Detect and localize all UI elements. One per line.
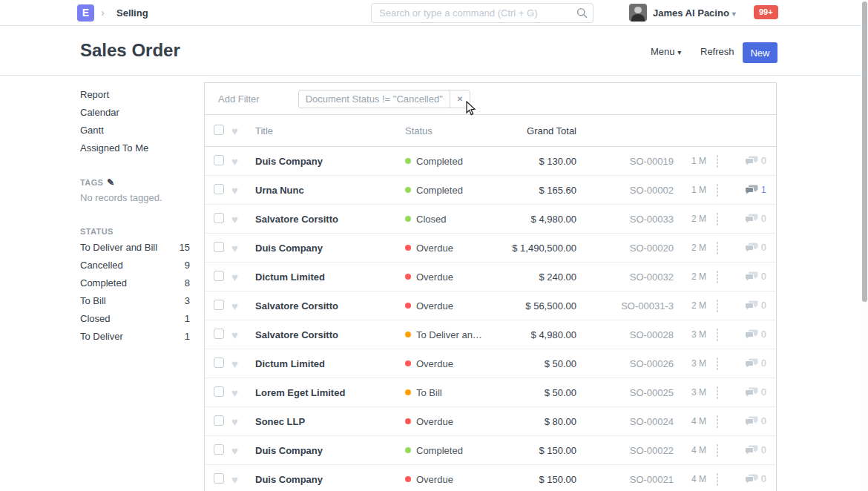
row-title[interactable]: Salvatore Corsitto: [255, 329, 405, 340]
menu-button[interactable]: Menu ▾: [651, 46, 681, 57]
row-title[interactable]: Sonec LLP: [255, 416, 405, 427]
row-checkbox[interactable]: [214, 155, 224, 165]
sidebar-status-item[interactable]: To Deliver 1: [80, 328, 190, 346]
like-heart-icon[interactable]: ♥: [231, 271, 255, 283]
row-checkbox[interactable]: [214, 213, 224, 223]
row-title[interactable]: Duis Company: [255, 156, 405, 167]
row-title[interactable]: Dictum Limited: [255, 271, 405, 283]
like-heart-icon[interactable]: ♥: [231, 386, 255, 399]
assign-placeholder[interactable]: [717, 357, 718, 370]
row-title[interactable]: Duis Company: [255, 474, 405, 485]
sidebar-status-item[interactable]: To Bill 3: [80, 292, 190, 310]
like-heart-icon[interactable]: ♥: [231, 473, 255, 486]
row-title[interactable]: Salvatore Corsitto: [255, 300, 405, 312]
like-heart-icon[interactable]: ♥: [231, 415, 255, 428]
assign-placeholder[interactable]: [717, 473, 718, 486]
column-header-status[interactable]: Status: [405, 125, 487, 136]
search-input[interactable]: [371, 3, 594, 23]
assign-placeholder[interactable]: [717, 415, 718, 428]
remove-filter-icon[interactable]: ✕: [450, 90, 470, 108]
table-row[interactable]: ♥ Dictum Limited Overdue $ 240.00 SO-000…: [205, 263, 776, 291]
column-header-title[interactable]: Title: [255, 125, 405, 136]
table-row[interactable]: ♥ Dictum Limited Overdue $ 50.00 SO-0002…: [205, 349, 776, 378]
like-heart-icon[interactable]: ♥: [231, 444, 255, 457]
select-all-checkbox[interactable]: [214, 125, 224, 135]
like-heart-icon[interactable]: ♥: [231, 184, 255, 197]
table-row[interactable]: ♥ Duis Company Completed $ 130.00 SO-000…: [205, 147, 776, 176]
liked-filter-heart-icon[interactable]: ♥: [231, 125, 255, 137]
table-row[interactable]: ♥ Salvatore Corsitto Overdue $ 56,500.00…: [205, 291, 776, 320]
row-title[interactable]: Dictum Limited: [255, 358, 405, 369]
filter-text[interactable]: Document Status != "Cancelled": [299, 93, 450, 105]
row-checkbox[interactable]: [214, 444, 224, 455]
new-button[interactable]: New: [743, 42, 777, 63]
like-heart-icon[interactable]: ♥: [231, 357, 255, 370]
sidebar-link[interactable]: Assigned To Me: [80, 139, 191, 157]
row-document-id[interactable]: SO-00031-3: [576, 300, 674, 312]
like-heart-icon[interactable]: ♥: [231, 329, 255, 341]
table-row[interactable]: ♥ Salvatore Corsitto To Deliver an… $ 4,…: [205, 320, 776, 349]
assign-placeholder[interactable]: [717, 242, 718, 254]
refresh-button[interactable]: Refresh: [700, 46, 734, 57]
row-checkbox[interactable]: [214, 329, 224, 339]
row-document-id[interactable]: SO-00025: [576, 387, 674, 398]
sidebar-status-item[interactable]: To Deliver and Bill 15: [80, 239, 190, 257]
assign-placeholder[interactable]: [717, 386, 718, 399]
table-row[interactable]: ♥ Sonec LLP Overdue $ 80.00 SO-00024 4 M…: [205, 407, 776, 436]
sidebar-link[interactable]: Report: [80, 86, 191, 104]
like-heart-icon[interactable]: ♥: [231, 155, 255, 168]
like-heart-icon[interactable]: ♥: [231, 300, 255, 312]
row-document-id[interactable]: SO-00020: [576, 243, 674, 254]
sidebar-status-item[interactable]: Closed 1: [80, 310, 190, 328]
row-document-id[interactable]: SO-00002: [576, 185, 674, 196]
user-avatar[interactable]: [629, 4, 647, 22]
table-row[interactable]: ♥ Lorem Eget Limited To Bill $ 50.00 SO-…: [205, 378, 776, 407]
comments-button[interactable]: 0: [742, 358, 776, 369]
row-checkbox[interactable]: [214, 271, 224, 281]
comments-button[interactable]: 1: [742, 185, 776, 195]
assign-placeholder[interactable]: [717, 213, 718, 225]
assign-placeholder[interactable]: [717, 184, 718, 197]
like-heart-icon[interactable]: ♥: [231, 242, 255, 254]
assign-placeholder[interactable]: [717, 155, 718, 168]
row-checkbox[interactable]: [214, 357, 224, 368]
comments-button[interactable]: 0: [742, 445, 776, 455]
comments-button[interactable]: 0: [742, 387, 776, 398]
assign-placeholder[interactable]: [717, 444, 718, 457]
comments-button[interactable]: 0: [742, 329, 776, 340]
comments-button[interactable]: 0: [742, 156, 776, 166]
active-filter-pill[interactable]: Document Status != "Cancelled" ✕: [298, 90, 471, 108]
app-logo[interactable]: E: [77, 4, 94, 22]
sidebar-status-item[interactable]: Cancelled 9: [80, 257, 190, 274]
breadcrumb[interactable]: Selling: [116, 7, 148, 19]
comments-button[interactable]: 0: [742, 271, 776, 282]
row-checkbox[interactable]: [214, 300, 224, 310]
edit-tags-icon[interactable]: ✎: [107, 177, 114, 188]
comments-button[interactable]: 0: [742, 243, 776, 253]
row-document-id[interactable]: SO-00019: [576, 156, 674, 167]
row-document-id[interactable]: SO-00024: [576, 416, 674, 427]
row-checkbox[interactable]: [214, 473, 224, 484]
column-header-grand-total[interactable]: Grand Total: [487, 125, 576, 136]
table-row[interactable]: ♥ Duis Company Completed $ 150.00 SO-000…: [205, 436, 776, 465]
row-checkbox[interactable]: [214, 242, 224, 252]
sidebar-status-item[interactable]: Completed 8: [80, 274, 190, 292]
assign-placeholder[interactable]: [717, 300, 718, 312]
comments-button[interactable]: 0: [742, 300, 776, 311]
table-row[interactable]: ♥ Duis Company Overdue $ 150.00 SO-00021…: [205, 465, 776, 491]
row-document-id[interactable]: SO-00032: [576, 271, 674, 283]
sidebar-link[interactable]: Gantt: [80, 122, 191, 139]
comments-button[interactable]: 0: [742, 474, 776, 484]
row-document-id[interactable]: SO-00026: [576, 358, 674, 369]
assign-placeholder[interactable]: [717, 329, 718, 341]
row-document-id[interactable]: SO-00033: [576, 214, 674, 225]
row-checkbox[interactable]: [214, 415, 224, 426]
table-row[interactable]: ♥ Urna Nunc Completed $ 165.60 SO-00002 …: [205, 176, 776, 205]
row-title[interactable]: Duis Company: [255, 445, 405, 456]
assign-placeholder[interactable]: [717, 271, 718, 283]
row-title[interactable]: Duis Company: [255, 243, 405, 254]
table-row[interactable]: ♥ Salvatore Corsitto Closed $ 4,980.00 S…: [205, 205, 776, 234]
row-document-id[interactable]: SO-00022: [576, 445, 674, 456]
row-title[interactable]: Urna Nunc: [255, 185, 405, 196]
row-title[interactable]: Salvatore Corsitto: [255, 214, 405, 225]
